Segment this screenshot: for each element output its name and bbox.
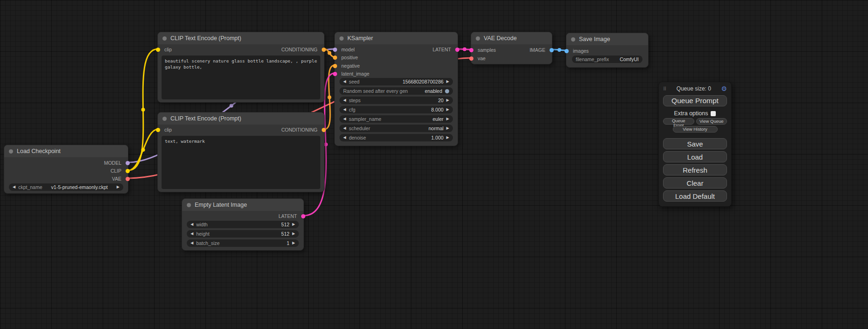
filename-prefix-widget[interactable]: filename_prefix ComfyUI xyxy=(572,56,642,63)
increment-arrow-icon[interactable]: ▶ xyxy=(292,221,295,228)
latent-output-slot[interactable] xyxy=(301,214,305,218)
height-widget[interactable]: ◀ height 512 ▶ xyxy=(187,230,299,238)
random-seed-widget[interactable]: Random seed after every gen enabled xyxy=(339,87,453,95)
view-history-button[interactable]: View History xyxy=(673,126,718,133)
decrement-arrow-icon[interactable]: ◀ xyxy=(343,134,346,141)
wire-midpoint-dot-cond-positive xyxy=(328,51,332,55)
steps-widget[interactable]: ◀ steps 20 ▶ xyxy=(339,97,453,104)
image-output-slot[interactable] xyxy=(550,48,554,52)
random-seed-value: enabled xyxy=(410,88,442,94)
node-clip-text-encode-negative[interactable]: CLIP Text Encode (Prompt) clip CONDITION… xyxy=(157,112,325,192)
refresh-button[interactable]: Refresh xyxy=(663,164,727,175)
conditioning-output-slot[interactable] xyxy=(322,128,326,132)
scheduler-widget[interactable]: ◀ scheduler normal ▶ xyxy=(339,125,453,132)
increment-arrow-icon[interactable]: ▶ xyxy=(446,78,449,85)
node-collapse-dot-icon[interactable] xyxy=(187,203,191,207)
node-ksampler[interactable]: KSampler model positive negative latent_… xyxy=(334,32,458,146)
width-widget[interactable]: ◀ width 512 ▶ xyxy=(187,221,299,228)
vae-decode-title-bar[interactable]: VAE Decode xyxy=(471,32,552,44)
clip-input-slot[interactable] xyxy=(156,128,160,132)
node-vae-decode[interactable]: VAE Decode samples vae IMAGE xyxy=(471,32,552,64)
node-collapse-dot-icon[interactable] xyxy=(339,36,344,41)
negative-input-slot[interactable] xyxy=(333,64,337,68)
load-checkpoint-title-bar[interactable]: Load Checkpoint xyxy=(4,145,128,157)
model-input-slot[interactable] xyxy=(333,48,337,52)
ksampler-title-bar[interactable]: KSampler xyxy=(335,32,458,44)
conditioning-output-slot[interactable] xyxy=(322,48,326,52)
load-default-button[interactable]: Load Default xyxy=(663,190,727,202)
model-output-slot[interactable] xyxy=(126,161,130,165)
random-seed-toggle-icon[interactable] xyxy=(445,89,449,93)
load-button[interactable]: Load xyxy=(663,151,727,162)
decrement-arrow-icon[interactable]: ◀ xyxy=(343,106,346,113)
images-input-slot[interactable] xyxy=(565,49,569,53)
prev-value-arrow-icon[interactable]: ◀ xyxy=(13,183,15,191)
clip-encode-negative-title-bar[interactable]: CLIP Text Encode (Prompt) xyxy=(158,112,324,125)
clip-output-slot[interactable] xyxy=(126,169,130,173)
empty-latent-title-bar[interactable]: Empty Latent Image xyxy=(182,199,303,211)
node-collapse-dot-icon[interactable] xyxy=(571,37,575,42)
node-collapse-dot-icon[interactable] xyxy=(162,36,167,41)
increment-arrow-icon[interactable]: ▶ xyxy=(446,97,449,104)
node-save-image[interactable]: Save Image images filename_prefix ComfyU… xyxy=(566,33,649,68)
next-value-arrow-icon[interactable]: ▶ xyxy=(446,125,449,132)
save-image-title-bar[interactable]: Save Image xyxy=(566,33,648,45)
queue-front-button[interactable]: Queue Front xyxy=(663,118,694,125)
increment-arrow-icon[interactable]: ▶ xyxy=(292,230,295,238)
denoise-value: 1.000 xyxy=(369,135,444,140)
clip-input-slot[interactable] xyxy=(156,48,160,52)
vae-output-slot[interactable] xyxy=(126,177,130,181)
next-value-arrow-icon[interactable]: ▶ xyxy=(117,183,120,191)
batch-size-widget[interactable]: ◀ batch_size 1 ▶ xyxy=(187,239,299,247)
decrement-arrow-icon[interactable]: ◀ xyxy=(191,230,193,238)
sampler-name-widget[interactable]: ◀ sampler_name euler ▶ xyxy=(339,115,453,123)
decrement-arrow-icon[interactable]: ◀ xyxy=(343,78,346,85)
decrement-arrow-icon[interactable]: ◀ xyxy=(191,239,193,247)
latent-output-slot[interactable] xyxy=(455,48,459,52)
next-value-arrow-icon[interactable]: ▶ xyxy=(446,115,449,123)
extra-options-checkbox[interactable] xyxy=(711,111,716,116)
vae-input-slot[interactable] xyxy=(469,56,473,61)
vae-output-label: VAE xyxy=(112,176,121,182)
random-seed-label: Random seed after every gen xyxy=(343,88,408,94)
settings-gear-icon[interactable]: ⚙ xyxy=(721,85,727,92)
cfg-widget[interactable]: ◀ cfg 8.000 ▶ xyxy=(339,106,453,113)
increment-arrow-icon[interactable]: ▶ xyxy=(292,239,295,247)
prev-value-arrow-icon[interactable]: ◀ xyxy=(343,115,346,123)
node-collapse-dot-icon[interactable] xyxy=(162,117,167,121)
positive-input-slot[interactable] xyxy=(333,56,337,60)
decrement-arrow-icon[interactable]: ◀ xyxy=(343,97,346,104)
ckpt-name-label: ckpt_name xyxy=(18,184,42,190)
wire-midpoint-dot-clip-negative xyxy=(141,148,145,152)
node-empty-latent-image[interactable]: Empty Latent Image LATENT ◀ width 512 ▶ … xyxy=(182,198,304,251)
clear-button[interactable]: Clear xyxy=(663,177,727,189)
latent-image-input-slot[interactable] xyxy=(333,72,337,76)
node-collapse-dot-icon[interactable] xyxy=(476,36,480,41)
node-graph-canvas[interactable]: Load Checkpoint MODEL CLIP VAE ◀ ckpt_na… xyxy=(0,0,868,329)
clip-input-label: clip xyxy=(164,127,172,133)
cfg-label: cfg xyxy=(349,107,355,112)
node-load-checkpoint[interactable]: Load Checkpoint MODEL CLIP VAE ◀ ckpt_na… xyxy=(4,145,128,194)
positive-prompt-textarea[interactable]: beautiful scenery nature glass bottle la… xyxy=(162,56,320,99)
decrement-arrow-icon[interactable]: ◀ xyxy=(191,221,193,228)
height-label: height xyxy=(196,231,210,237)
clip-output-label: CLIP xyxy=(111,168,121,174)
queue-prompt-button[interactable]: Queue Prompt xyxy=(663,95,727,106)
prev-value-arrow-icon[interactable]: ◀ xyxy=(343,125,346,132)
save-button[interactable]: Save xyxy=(663,138,727,149)
view-queue-button[interactable]: View Queue xyxy=(696,118,727,125)
node-clip-text-encode-positive[interactable]: CLIP Text Encode (Prompt) clip CONDITION… xyxy=(157,32,325,103)
drag-handle-icon[interactable]: ⠿ xyxy=(663,86,666,91)
seed-widget[interactable]: ◀ seed 156680208700286 ▶ xyxy=(339,78,453,85)
samples-input-slot[interactable] xyxy=(469,48,473,52)
increment-arrow-icon[interactable]: ▶ xyxy=(446,106,449,113)
clip-encode-positive-title-bar[interactable]: CLIP Text Encode (Prompt) xyxy=(158,32,324,44)
ckpt-name-value: v1-5-pruned-emaonly.ckpt xyxy=(45,184,114,190)
model-output-label: MODEL xyxy=(104,160,121,166)
denoise-widget[interactable]: ◀ denoise 1.000 ▶ xyxy=(339,134,453,141)
negative-prompt-textarea[interactable]: text, watermark xyxy=(162,136,320,189)
extra-options-row: Extra options xyxy=(663,110,727,117)
node-collapse-dot-icon[interactable] xyxy=(9,149,13,154)
increment-arrow-icon[interactable]: ▶ xyxy=(446,134,449,141)
ckpt-name-widget[interactable]: ◀ ckpt_name v1-5-pruned-emaonly.ckpt ▶ xyxy=(9,183,123,191)
